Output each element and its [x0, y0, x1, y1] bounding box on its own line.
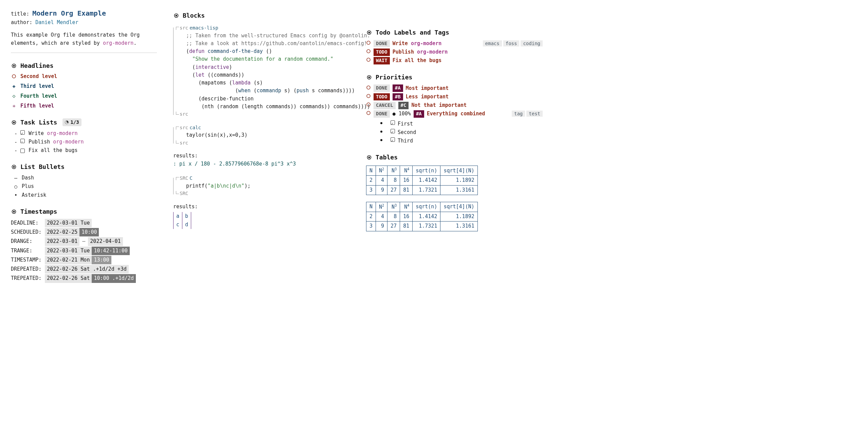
todo-state-badge[interactable]: TODO	[374, 93, 390, 101]
tag-badge[interactable]: emacs	[483, 40, 502, 46]
priority-badge[interactable]: #C	[398, 102, 409, 109]
priority-item[interactable]: DONE● 100%#AEverything combinedtagtest	[366, 110, 543, 118]
priority-item[interactable]: DONE#AMost important	[366, 84, 543, 93]
todo-state-badge[interactable]: TODO	[374, 49, 390, 56]
table-row: 248161.41421.1892	[366, 212, 478, 222]
priority-item[interactable]: CANCEL#CNot that important	[366, 101, 543, 110]
checkbox-partial-icon[interactable]	[20, 139, 25, 143]
bullet-level1-icon	[366, 75, 372, 80]
results-line: : pi x / 180 - 2.85779606768e-8 pi^3 x^3	[173, 160, 350, 168]
timestamp-row: DREPEATED:2022-02-26 Sat .+1d/2d +3d	[11, 265, 157, 274]
doc-title: Modern Org Example	[32, 9, 106, 17]
heading-todos[interactable]: Todo Labels and Tags	[366, 28, 543, 37]
disc-icon: •	[14, 192, 17, 199]
heading-tables[interactable]: Tables	[366, 153, 543, 162]
bullet-level2-icon	[366, 48, 371, 56]
intro-paragraph: This example Org file demonstrates the O…	[11, 31, 153, 47]
src-block-c[interactable]: SRCC printf("a|b\nc|d\n"); SRC	[173, 174, 350, 198]
table-row: 3927811.73211.3161	[366, 222, 478, 231]
heading-tasks[interactable]: Task Lists 1/3	[11, 118, 157, 127]
heading-bullets[interactable]: List Bullets	[11, 162, 157, 172]
timestamp-row: SCHEDULED:2022-02-2510:00	[11, 228, 157, 237]
progress-badge: ● 100%	[393, 110, 411, 118]
heading-level4[interactable]: ◇ Fourth level	[11, 92, 157, 100]
src-block-elisp[interactable]: srcemacs-lisp ;; Taken from the well-str…	[173, 24, 350, 119]
timestamp-row: TIMESTAMP:2022-02-21 Mon13:00	[11, 255, 157, 265]
todo-state-badge[interactable]: DONE	[374, 110, 390, 118]
checkbox-checked-icon[interactable]	[391, 137, 395, 142]
heading-level5[interactable]: ✳ Fifth level	[11, 102, 157, 110]
timestamp-row: TREPEATED:2022-02-26 Sat10:00 .+1d/2d	[11, 274, 157, 283]
src-block-calc[interactable]: srccalc taylor(sin(x),x=0,3) src	[173, 123, 350, 148]
todo-state-badge[interactable]: CANCEL	[374, 102, 396, 109]
svg-point-6	[13, 166, 15, 168]
tag-badge[interactable]: tag	[512, 111, 525, 117]
svg-point-14	[367, 50, 370, 53]
svg-point-17	[368, 76, 370, 78]
circle-icon: ○	[14, 183, 17, 191]
task-item[interactable]: -Publish org-modern	[11, 138, 157, 146]
date-badge: 2022-02-26 Sat	[45, 274, 92, 283]
check-item[interactable]: Second	[380, 128, 543, 137]
todo-item[interactable]: WAITFix all the bugs	[366, 56, 543, 65]
todo-state-badge[interactable]: DONE	[374, 40, 390, 47]
tag-badge[interactable]: coding	[521, 40, 543, 46]
checkbox-checked-icon[interactable]	[20, 130, 25, 135]
code-body[interactable]: ;; Taken from the well-structured Emacs …	[180, 32, 350, 111]
heading-level3[interactable]: ◈ Third level	[11, 82, 157, 90]
bullet-level3-icon: ◈	[11, 82, 17, 90]
timestamp-row: TRANGE:2022-03-01 Tue10:42-11:00	[11, 246, 157, 255]
src-begin-tag: SRCC	[176, 175, 346, 182]
tag-badge[interactable]: test	[526, 111, 543, 117]
todo-state-badge[interactable]: DONE	[374, 84, 390, 92]
task-item[interactable]: -Write org-modern	[11, 129, 157, 138]
time-badge: 10:00	[79, 228, 99, 236]
table-row: 248161.41421.1892	[366, 176, 478, 185]
heading-blocks[interactable]: Blocks	[173, 11, 350, 20]
priority-badge[interactable]: #A	[414, 110, 424, 118]
disc-icon	[380, 139, 382, 141]
src-begin-tag: srcemacs-lisp	[176, 24, 346, 32]
pie-icon	[65, 120, 69, 124]
date-badge: 2022-03-01 Tue	[45, 247, 92, 255]
src-end-tag: src	[176, 139, 346, 147]
todo-item[interactable]: TODOPublish org-modern	[366, 48, 543, 56]
date-badge: 2022-03-01	[45, 237, 79, 246]
results-label: results:	[173, 203, 350, 211]
heading-level2[interactable]: Second level	[11, 73, 157, 80]
check-item[interactable]: First	[380, 120, 543, 128]
heading-timestamps[interactable]: Timestamps	[11, 207, 157, 216]
checkbox-checked-icon[interactable]	[391, 129, 395, 133]
title-keyword: title:	[11, 11, 29, 17]
checkbox-empty-icon[interactable]	[20, 149, 25, 153]
code-body[interactable]: printf("a|b\nc|d\n");	[180, 182, 350, 190]
check-item[interactable]: Third	[380, 137, 543, 145]
svg-point-19	[367, 94, 370, 98]
heading-headlines[interactable]: Headlines	[11, 61, 157, 71]
code-body[interactable]: taylor(sin(x),x=0,3)	[180, 131, 350, 139]
bullet-list: –Dash ○Plus •Asterisk	[11, 174, 157, 199]
timestamp-list: DEADLINE:2022-03-01 Tue SCHEDULED:2022-0…	[11, 218, 157, 283]
task-item[interactable]: -Fix all the bugs	[11, 146, 157, 155]
priority-item[interactable]: TODO#BLess important	[366, 93, 543, 101]
priority-badge[interactable]: #B	[393, 93, 403, 101]
priority-badge[interactable]: #A	[393, 84, 403, 92]
bullet-level1-icon	[366, 155, 372, 160]
left-column: title: Modern Org Example author: Daniel…	[11, 8, 157, 283]
tag-badge[interactable]: foss	[503, 40, 520, 46]
bullet-level2-icon	[366, 110, 371, 118]
checkbox-checked-icon[interactable]	[391, 120, 395, 125]
todo-item[interactable]: DONEWrite org-modernemacsfosscoding	[366, 39, 543, 48]
bullet-level1-icon	[11, 120, 17, 125]
dash-icon: –	[14, 174, 17, 182]
divider	[11, 53, 157, 53]
svg-point-18	[367, 86, 370, 89]
date-badge: 2022-02-25	[45, 228, 79, 236]
heading-priorities[interactable]: Priorities	[366, 73, 543, 82]
pkg-link: org-modern	[103, 40, 133, 46]
results-label: results:	[173, 152, 350, 160]
disc-icon	[380, 122, 382, 124]
bullet-level1-icon	[11, 209, 17, 214]
todo-state-badge[interactable]: WAIT	[374, 57, 390, 64]
time-badge: 10:00 .+1d/2d	[92, 274, 135, 283]
